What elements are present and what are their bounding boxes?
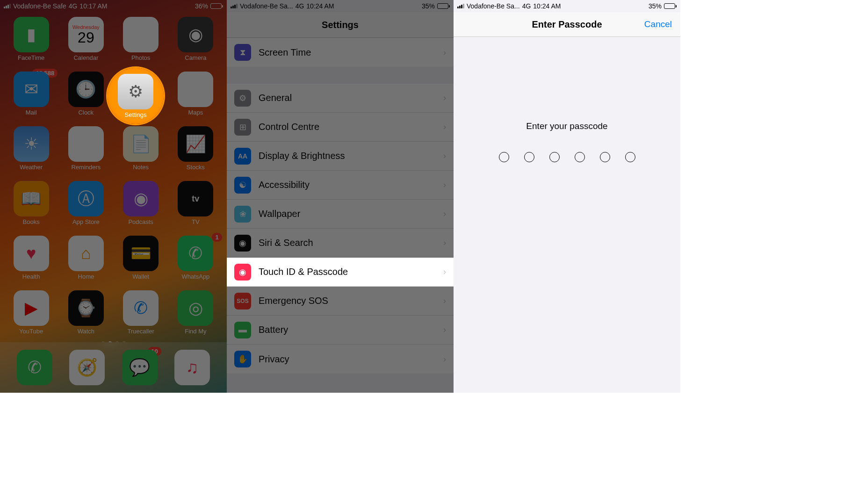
- camera-icon: ◉: [178, 17, 213, 52]
- row-control-centre[interactable]: ⊞ Control Centre ›: [227, 113, 454, 142]
- dock-music-icon[interactable]: ♫: [174, 350, 210, 385]
- home-icon: ⌂: [68, 236, 104, 271]
- chevron-right-icon: ›: [443, 238, 446, 248]
- status-bar: Vodafone-Be Sa... 4G 10:24 AM 35%: [454, 0, 680, 12]
- app-clock[interactable]: 🕒Clock: [63, 72, 108, 116]
- battery-icon: [210, 3, 223, 9]
- siri-icon: ◉: [234, 235, 251, 252]
- app-camera[interactable]: ◉Camera: [173, 17, 218, 61]
- fingerprint-icon: ◉: [234, 264, 251, 281]
- mail-icon: ✉: [14, 72, 49, 107]
- row-emergency-sos[interactable]: SOS Emergency SOS ›: [227, 287, 454, 316]
- app-weather[interactable]: ☀Weather: [8, 126, 54, 171]
- passcode-prompt: Enter your passcode: [526, 121, 607, 131]
- stocks-icon: 📈: [178, 126, 213, 162]
- dock-messages[interactable]: 10💬: [122, 350, 158, 385]
- dock-safari-icon[interactable]: 🧭: [69, 350, 105, 385]
- dock-messages-icon: 💬: [122, 350, 158, 385]
- app-health[interactable]: ♥Health: [8, 236, 54, 280]
- chevron-right-icon: ›: [443, 93, 446, 103]
- app-calendar[interactable]: Wednesday29Calendar: [63, 17, 108, 61]
- maps-icon: ➤: [178, 72, 213, 107]
- passcode-dot: [600, 152, 610, 162]
- sos-icon: SOS: [234, 293, 251, 310]
- battery-icon: [664, 3, 677, 9]
- row-accessibility[interactable]: ☯ Accessibility ›: [227, 171, 454, 200]
- row-battery[interactable]: ▬ Battery ›: [227, 316, 454, 345]
- cancel-button[interactable]: Cancel: [644, 19, 672, 29]
- facetime-icon: ▮: [14, 17, 49, 52]
- battery-pct-label: 36%: [195, 2, 208, 10]
- battery-pct-label: 35%: [422, 2, 435, 10]
- weather-icon: ☀: [14, 126, 49, 162]
- app-findmy[interactable]: ◎Find My: [173, 290, 218, 335]
- tv-icon: tv: [178, 181, 213, 216]
- whatsapp-icon: ✆: [178, 236, 213, 271]
- app-wallet[interactable]: 💳Wallet: [118, 236, 164, 280]
- photos-icon: ✿: [123, 17, 159, 52]
- battery-icon: [437, 3, 450, 9]
- notes-icon: 📄: [123, 126, 159, 162]
- gear-icon: ⚙: [234, 90, 251, 107]
- app-appstore[interactable]: ⒶApp Store: [63, 181, 108, 225]
- clock-label: 10:17 AM: [79, 2, 107, 10]
- row-privacy[interactable]: ✋ Privacy ›: [227, 345, 454, 374]
- text-size-icon: AA: [234, 148, 251, 165]
- chevron-right-icon: ›: [443, 122, 446, 132]
- row-siri-search[interactable]: ◉ Siri & Search ›: [227, 229, 454, 258]
- app-reminders[interactable]: ☰Reminders: [63, 126, 108, 171]
- clock-label: 10:24 AM: [306, 2, 334, 10]
- dock-phone-icon[interactable]: ✆: [17, 350, 52, 385]
- row-screen-time[interactable]: ⧗ Screen Time ›: [227, 38, 454, 67]
- chevron-right-icon: ›: [443, 296, 446, 306]
- youtube-icon: ▶: [14, 290, 49, 326]
- findmy-icon: ◎: [178, 290, 213, 326]
- network-label: 4G: [69, 2, 78, 10]
- tutorial-highlight-settings[interactable]: ⚙ Settings: [108, 68, 164, 124]
- toggles-icon: ⊞: [234, 119, 251, 136]
- reminders-icon: ☰: [68, 126, 104, 162]
- settings-panel: Vodafone-Be Sa... 4G 10:24 AM 35% Settin…: [227, 0, 454, 393]
- passcode-dot: [524, 152, 534, 162]
- signal-icon: [231, 4, 238, 8]
- app-podcasts[interactable]: ◉Podcasts: [118, 181, 164, 225]
- row-general[interactable]: ⚙ General ›: [227, 84, 454, 113]
- row-display-brightness[interactable]: AA Display & Brightness ›: [227, 142, 454, 171]
- row-touch-id-passcode[interactable]: ◉ Touch ID & Passcode ›: [227, 258, 454, 287]
- nav-title: Enter Passcode: [532, 19, 602, 30]
- app-watch[interactable]: ⌚Watch: [63, 290, 108, 335]
- app-stocks[interactable]: 📈Stocks: [173, 126, 218, 171]
- row-wallpaper[interactable]: ❀ Wallpaper ›: [227, 200, 454, 229]
- app-home[interactable]: ⌂Home: [63, 236, 108, 280]
- carrier-label: Vodafone-Be Sa...: [467, 2, 520, 10]
- passcode-dot: [625, 152, 635, 162]
- app-truecaller[interactable]: ✆Truecaller: [118, 290, 164, 335]
- carrier-label: Vodafone-Be Sa...: [240, 2, 293, 10]
- battery-pct-label: 35%: [649, 2, 662, 10]
- appstore-icon: Ⓐ: [68, 181, 104, 216]
- app-photos[interactable]: ✿Photos: [118, 17, 164, 61]
- hand-icon: ✋: [234, 351, 251, 367]
- app-youtube[interactable]: ▶YouTube: [8, 290, 54, 335]
- health-icon: ♥: [14, 236, 49, 271]
- status-bar: Vodafone-Be Sa... 4G 10:24 AM 35%: [227, 0, 454, 12]
- signal-icon: [4, 4, 11, 8]
- status-bar: Vodafone-Be Safe 4G 10:17 AM 36%: [0, 0, 227, 12]
- app-whatsapp[interactable]: 1✆WhatsApp: [173, 236, 218, 280]
- podcasts-icon: ◉: [123, 181, 159, 216]
- wallet-icon: 💳: [123, 236, 159, 271]
- whatsapp-badge: 1: [212, 233, 222, 242]
- app-tv[interactable]: tvTV: [173, 181, 218, 225]
- app-mail[interactable]: 18,588✉Mail: [8, 72, 54, 116]
- app-maps[interactable]: ➤Maps: [173, 72, 218, 116]
- carrier-label: Vodafone-Be Safe: [13, 2, 66, 10]
- chevron-right-icon: ›: [443, 354, 446, 364]
- settings-list[interactable]: ⧗ Screen Time › ⚙ General › ⊞ Control Ce…: [227, 38, 454, 390]
- chevron-right-icon: ›: [443, 151, 446, 161]
- truecaller-icon: ✆: [123, 290, 159, 326]
- clock-icon: 🕒: [68, 72, 104, 107]
- app-facetime[interactable]: ▮FaceTime: [8, 17, 54, 61]
- app-books[interactable]: 📖Books: [8, 181, 54, 225]
- app-notes[interactable]: 📄Notes: [118, 126, 164, 171]
- passcode-input[interactable]: [499, 152, 635, 162]
